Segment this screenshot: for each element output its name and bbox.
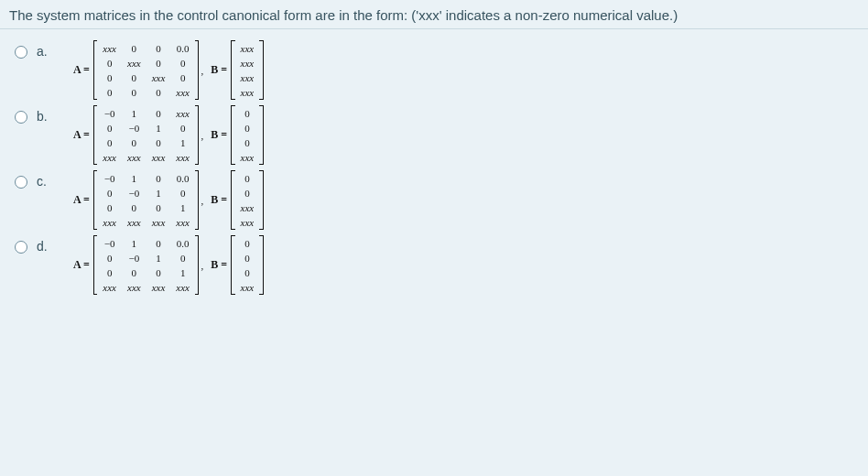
radio-d[interactable] <box>15 241 27 254</box>
label-A: A = <box>70 258 93 272</box>
label-B: B = <box>207 63 231 77</box>
comma: , <box>199 195 207 206</box>
matrix-cell: xxx <box>146 150 171 165</box>
matrix-cell: xxx <box>146 70 171 85</box>
matrix-cell: 1 <box>170 265 195 280</box>
matrix-cell: 0 <box>170 186 195 200</box>
option-d[interactable]: d. A = −0100.00−0100001xxxxxxxxxxxx , B … <box>0 233 868 298</box>
radio-a[interactable] <box>15 46 27 59</box>
matrix-cell: 0 <box>97 85 122 100</box>
matrix-cell: xxx <box>97 41 122 56</box>
option-b-math: A = −010xxx0−0100001xxxxxxxxxxxx , B = 0… <box>70 105 264 165</box>
matrix-cell: 0 <box>97 200 122 215</box>
matrix-cell: 1 <box>170 200 195 215</box>
matrix-cell: xxx <box>170 280 195 295</box>
matrix-cell: 0 <box>235 265 260 280</box>
matrix-cell: −0 <box>122 121 146 135</box>
matrix-cell: xxx <box>170 106 195 121</box>
matrix-A-d: −0100.00−0100001xxxxxxxxxxxx <box>93 235 200 295</box>
matrix-cell: xxx <box>122 215 146 230</box>
label-B: B = <box>207 193 231 207</box>
matrix-cell: xxx <box>97 215 122 230</box>
matrix-cell: 0 <box>122 135 146 150</box>
matrix-cell: 0 <box>235 106 260 121</box>
radio-c[interactable] <box>15 176 27 189</box>
matrix-cell: 0 <box>235 186 260 200</box>
matrix-cell: 1 <box>146 186 171 200</box>
matrix-cell: 0 <box>97 70 122 85</box>
option-b-label: b. <box>37 109 70 124</box>
matrix-cell: 0 <box>122 85 146 100</box>
matrix-cell: xxx <box>122 280 146 295</box>
matrix-cell: xxx <box>235 215 260 230</box>
comma: , <box>199 260 207 271</box>
matrix-cell: −0 <box>97 236 122 251</box>
matrix-cell: xxx <box>235 41 260 56</box>
matrix-cell: xxx <box>235 280 260 295</box>
matrix-cell: 0 <box>146 236 171 251</box>
matrix-cell: xxx <box>235 200 260 215</box>
matrix-cell: 0 <box>235 121 260 135</box>
matrix-cell: 0 <box>97 251 122 265</box>
option-a[interactable]: a. A = xxx000.00xxx0000xxx0000xxx , B = … <box>0 38 868 103</box>
matrix-cell: 0 <box>97 265 122 280</box>
matrix-cell: 0 <box>97 121 122 135</box>
comma: , <box>199 65 207 76</box>
matrix-cell: 1 <box>122 106 146 121</box>
matrix-B-a: xxxxxxxxxxxx <box>231 40 264 100</box>
matrix-cell: xxx <box>97 280 122 295</box>
matrix-cell: 0 <box>97 186 122 200</box>
matrix-cell: 0 <box>97 135 122 150</box>
matrix-cell: 0 <box>97 56 122 70</box>
option-c-label: c. <box>37 174 70 189</box>
label-A: A = <box>70 63 93 77</box>
label-A: A = <box>70 128 93 142</box>
matrix-cell: 0 <box>122 70 146 85</box>
label-A: A = <box>70 193 93 207</box>
matrix-cell: −0 <box>122 186 146 200</box>
question-text: The system matrices in the control canon… <box>0 0 868 29</box>
option-a-label: a. <box>37 44 70 59</box>
matrix-cell: xxx <box>146 280 171 295</box>
matrix-cell: xxx <box>170 150 195 165</box>
option-c[interactable]: c. A = −0100.00−0100001xxxxxxxxxxxx , B … <box>0 168 868 233</box>
matrix-A-a: xxx000.00xxx0000xxx0000xxx <box>93 40 200 100</box>
matrix-cell: xxx <box>235 150 260 165</box>
matrix-B-c: 00xxxxxx <box>231 170 264 230</box>
options-container: a. A = xxx000.00xxx0000xxx0000xxx , B = … <box>0 29 868 298</box>
matrix-cell: xxx <box>170 85 195 100</box>
label-B: B = <box>207 258 231 272</box>
matrix-cell: 1 <box>170 135 195 150</box>
matrix-cell: 0 <box>170 121 195 135</box>
matrix-cell: xxx <box>170 215 195 230</box>
option-a-math: A = xxx000.00xxx0000xxx0000xxx , B = xxx… <box>70 40 264 100</box>
matrix-cell: 0 <box>146 171 171 186</box>
matrix-cell: xxx <box>122 150 146 165</box>
matrix-cell: 1 <box>146 121 171 135</box>
matrix-cell: 0 <box>146 200 171 215</box>
matrix-cell: xxx <box>235 70 260 85</box>
matrix-cell: −0 <box>97 106 122 121</box>
matrix-cell: 0.0 <box>170 171 195 186</box>
matrix-cell: 0.0 <box>170 236 195 251</box>
matrix-cell: 1 <box>146 251 171 265</box>
matrix-cell: xxx <box>146 215 171 230</box>
matrix-cell: 0 <box>146 41 171 56</box>
option-b[interactable]: b. A = −010xxx0−0100001xxxxxxxxxxxx , B … <box>0 103 868 168</box>
matrix-cell: xxx <box>235 85 260 100</box>
option-c-math: A = −0100.00−0100001xxxxxxxxxxxx , B = 0… <box>70 170 264 230</box>
matrix-cell: 0 <box>122 265 146 280</box>
matrix-cell: 0.0 <box>170 41 195 56</box>
matrix-B-d: 000xxx <box>231 235 264 295</box>
matrix-A-c: −0100.00−0100001xxxxxxxxxxxx <box>93 170 200 230</box>
matrix-cell: 0 <box>122 200 146 215</box>
matrix-cell: 0 <box>146 106 171 121</box>
matrix-cell: −0 <box>122 251 146 265</box>
option-d-label: d. <box>37 239 70 254</box>
matrix-cell: 0 <box>170 70 195 85</box>
matrix-cell: 0 <box>146 135 171 150</box>
matrix-cell: 0 <box>146 265 171 280</box>
matrix-cell: 0 <box>170 56 195 70</box>
radio-b[interactable] <box>15 111 27 124</box>
matrix-cell: 1 <box>122 236 146 251</box>
